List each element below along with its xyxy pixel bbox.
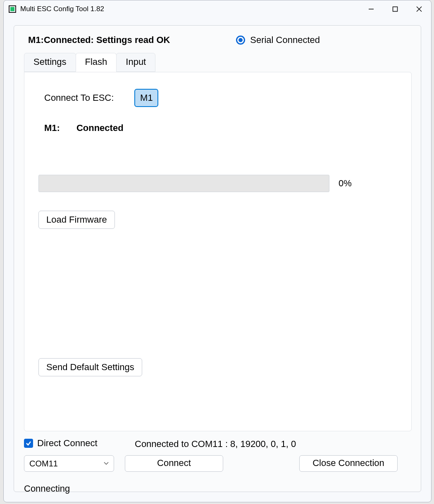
- connect-button[interactable]: Connect: [125, 455, 223, 472]
- tab-flash[interactable]: Flash: [76, 53, 117, 72]
- maximize-button[interactable]: [383, 0, 407, 18]
- tab-bar: Settings Flash Input: [24, 53, 155, 72]
- flash-tab-content: Connect To ESC: M1 M1: Connected 0% Load…: [24, 72, 412, 431]
- com-port-select[interactable]: COM11: [24, 455, 114, 472]
- maximize-icon: [392, 6, 398, 12]
- load-firmware-button[interactable]: Load Firmware: [38, 211, 115, 229]
- main-panel: M1:Connected: Settings read OK Serial Co…: [14, 25, 421, 492]
- app-window: Multi ESC Config Tool 1.82 M1:Connected:…: [3, 0, 432, 502]
- titlebar: Multi ESC Config Tool 1.82: [4, 0, 431, 18]
- direct-connect-label: Direct Connect: [37, 438, 98, 449]
- radio-icon: [236, 36, 245, 45]
- app-icon: [9, 5, 16, 13]
- progress-percent: 0%: [339, 178, 352, 189]
- serial-connected-label: Serial Connected: [250, 35, 320, 45]
- progress-bar: [38, 175, 329, 192]
- m1-button[interactable]: M1: [134, 89, 158, 107]
- com-port-value: COM11: [29, 459, 58, 468]
- minimize-button[interactable]: [359, 0, 383, 18]
- close-icon: [416, 6, 422, 12]
- header-row: M1:Connected: Settings read OK Serial Co…: [14, 26, 421, 45]
- minimize-icon: [368, 6, 374, 12]
- connect-to-esc-row: Connect To ESC: M1: [44, 89, 158, 107]
- motor-id-label: M1:: [44, 123, 60, 133]
- chevron-down-icon: [104, 462, 109, 465]
- connect-to-esc-label: Connect To ESC:: [44, 93, 114, 103]
- status-bar: Connecting: [24, 483, 70, 494]
- motor-status-value: Connected: [76, 123, 124, 133]
- connection-panel: Direct Connect Connected to COM11 : 8, 1…: [24, 438, 412, 449]
- window-controls: [359, 0, 431, 18]
- close-connection-button[interactable]: Close Connection: [299, 455, 398, 472]
- connection-status-title: M1:Connected: Settings read OK: [28, 35, 170, 45]
- send-default-settings-button[interactable]: Send Default Settings: [38, 358, 142, 376]
- progress-row: 0%: [38, 175, 352, 192]
- motor-status-row: M1: Connected: [44, 123, 124, 133]
- tab-settings[interactable]: Settings: [24, 53, 76, 72]
- connection-buttons-row: COM11 Connect Close Connection: [24, 455, 412, 472]
- serial-connected-radio[interactable]: Serial Connected: [236, 35, 320, 45]
- svg-rect-1: [393, 7, 398, 12]
- tab-input[interactable]: Input: [116, 53, 155, 72]
- connection-info: Connected to COM11 : 8, 19200, 0, 1, 0: [135, 439, 296, 449]
- checkbox-icon: [24, 439, 33, 448]
- close-button[interactable]: [407, 0, 431, 18]
- window-title: Multi ESC Config Tool 1.82: [20, 5, 104, 13]
